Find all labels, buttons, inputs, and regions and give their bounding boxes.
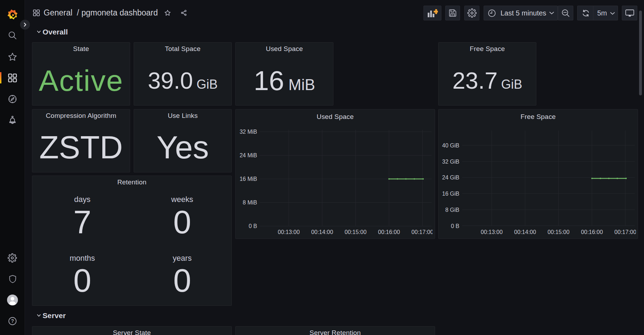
svg-text:?: ? bbox=[11, 318, 14, 324]
svg-text:40 GiB: 40 GiB bbox=[442, 143, 459, 148]
svg-text:24 MiB: 24 MiB bbox=[240, 152, 257, 158]
svg-text:24 GiB: 24 GiB bbox=[442, 175, 459, 181]
svg-text:00:15:00: 00:15:00 bbox=[548, 229, 569, 235]
svg-text:32 MiB: 32 MiB bbox=[240, 129, 257, 135]
svg-text:00:17:00: 00:17:00 bbox=[614, 229, 636, 235]
svg-text:00:14:00: 00:14:00 bbox=[514, 229, 536, 235]
svg-text:00:16:00: 00:16:00 bbox=[378, 229, 400, 235]
svg-text:8 MiB: 8 MiB bbox=[243, 200, 257, 206]
svg-text:8 GiB: 8 GiB bbox=[445, 207, 459, 213]
svg-text:0 B: 0 B bbox=[249, 223, 257, 229]
svg-text:00:13:00: 00:13:00 bbox=[481, 229, 503, 235]
svg-text:0 B: 0 B bbox=[451, 223, 459, 229]
svg-text:16 MiB: 16 MiB bbox=[240, 176, 257, 182]
svg-text:16 GiB: 16 GiB bbox=[442, 191, 459, 197]
svg-text:00:17:00: 00:17:00 bbox=[412, 229, 433, 235]
svg-text:32 GiB: 32 GiB bbox=[442, 159, 459, 165]
svg-text:00:16:00: 00:16:00 bbox=[581, 229, 603, 235]
svg-text:00:14:00: 00:14:00 bbox=[311, 229, 333, 235]
svg-text:00:15:00: 00:15:00 bbox=[345, 229, 366, 235]
svg-text:00:13:00: 00:13:00 bbox=[278, 229, 300, 235]
